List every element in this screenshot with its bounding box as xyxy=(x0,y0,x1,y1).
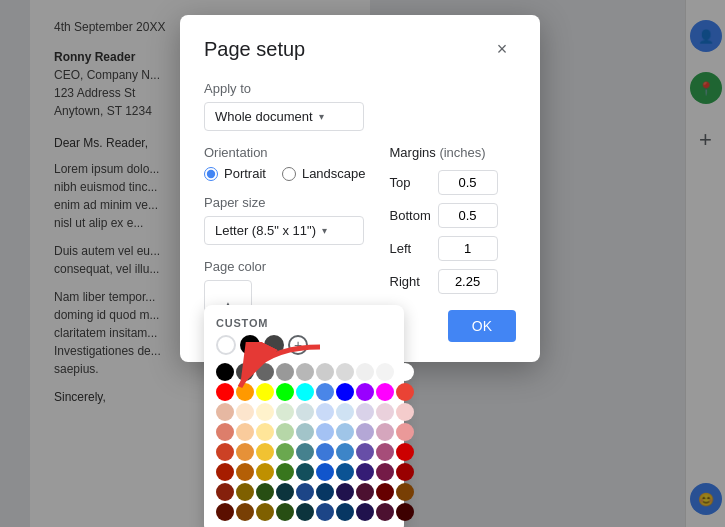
color-cell[interactable] xyxy=(256,443,274,461)
color-cell[interactable] xyxy=(216,463,234,481)
custom-colors-row: + xyxy=(216,335,392,355)
color-cell[interactable] xyxy=(256,483,274,501)
color-cell[interactable] xyxy=(296,403,314,421)
color-cell[interactable] xyxy=(356,363,374,381)
color-white[interactable] xyxy=(216,335,236,355)
color-cell[interactable] xyxy=(356,423,374,441)
color-cell[interactable] xyxy=(336,363,354,381)
color-cell[interactable] xyxy=(256,463,274,481)
color-cell[interactable] xyxy=(236,423,254,441)
color-cell[interactable] xyxy=(216,403,234,421)
color-cell[interactable] xyxy=(236,383,254,401)
color-cell[interactable] xyxy=(316,503,334,521)
color-cell[interactable] xyxy=(236,443,254,461)
color-cell[interactable] xyxy=(356,403,374,421)
color-cell[interactable] xyxy=(236,403,254,421)
color-cell[interactable] xyxy=(216,423,234,441)
color-cell[interactable] xyxy=(276,463,294,481)
color-cell[interactable] xyxy=(316,383,334,401)
color-cell[interactable] xyxy=(296,363,314,381)
color-cell[interactable] xyxy=(336,443,354,461)
color-cell[interactable] xyxy=(256,423,274,441)
portrait-option[interactable]: Portrait xyxy=(204,166,266,181)
add-color-button[interactable]: + xyxy=(288,335,308,355)
color-cell[interactable] xyxy=(376,503,394,521)
color-cell[interactable] xyxy=(276,383,294,401)
color-cell[interactable] xyxy=(276,483,294,501)
color-cell[interactable] xyxy=(376,443,394,461)
landscape-radio[interactable] xyxy=(282,167,296,181)
paper-size-dropdown[interactable]: Letter (8.5" x 11") ▾ xyxy=(204,216,364,245)
color-cell[interactable] xyxy=(396,423,414,441)
color-cell[interactable] xyxy=(356,443,374,461)
color-dark-gray[interactable] xyxy=(264,335,284,355)
color-cell[interactable] xyxy=(216,483,234,501)
margin-top-label: Top xyxy=(390,175,430,190)
color-cell[interactable] xyxy=(376,463,394,481)
ok-button[interactable]: OK xyxy=(448,310,516,342)
color-cell[interactable] xyxy=(236,463,254,481)
margin-left-input[interactable] xyxy=(438,236,498,261)
color-cell[interactable] xyxy=(276,423,294,441)
color-cell[interactable] xyxy=(356,383,374,401)
color-cell[interactable] xyxy=(256,503,274,521)
color-cell[interactable] xyxy=(276,443,294,461)
color-cell[interactable] xyxy=(296,423,314,441)
color-cell[interactable] xyxy=(376,403,394,421)
color-cell[interactable] xyxy=(276,403,294,421)
color-cell[interactable] xyxy=(336,423,354,441)
color-cell[interactable] xyxy=(296,503,314,521)
color-cell[interactable] xyxy=(336,383,354,401)
margin-right-input[interactable] xyxy=(438,269,498,294)
color-cell[interactable] xyxy=(216,443,234,461)
color-cell[interactable] xyxy=(396,503,414,521)
color-cell[interactable] xyxy=(336,403,354,421)
color-cell[interactable] xyxy=(356,503,374,521)
color-cell[interactable] xyxy=(396,403,414,421)
portrait-radio[interactable] xyxy=(204,167,218,181)
landscape-option[interactable]: Landscape xyxy=(282,166,366,181)
color-cell[interactable] xyxy=(376,363,394,381)
apply-to-dropdown[interactable]: Whole document ▾ xyxy=(204,102,364,131)
margin-left-label: Left xyxy=(390,241,430,256)
color-cell[interactable] xyxy=(356,483,374,501)
color-cell[interactable] xyxy=(256,363,274,381)
color-cell[interactable] xyxy=(316,403,334,421)
color-cell[interactable] xyxy=(216,383,234,401)
color-cell[interactable] xyxy=(256,403,274,421)
margin-bottom-input[interactable] xyxy=(438,203,498,228)
color-cell[interactable] xyxy=(296,443,314,461)
color-cell[interactable] xyxy=(376,383,394,401)
color-cell[interactable] xyxy=(336,483,354,501)
color-cell[interactable] xyxy=(296,483,314,501)
color-cell[interactable] xyxy=(296,383,314,401)
dialog-title: Page setup xyxy=(204,38,305,61)
color-cell[interactable] xyxy=(396,363,414,381)
color-cell[interactable] xyxy=(336,503,354,521)
color-cell[interactable] xyxy=(316,483,334,501)
color-cell[interactable] xyxy=(236,503,254,521)
color-cell[interactable] xyxy=(276,503,294,521)
color-cell[interactable] xyxy=(276,363,294,381)
color-cell[interactable] xyxy=(236,483,254,501)
color-cell[interactable] xyxy=(296,463,314,481)
color-cell[interactable] xyxy=(216,363,234,381)
color-cell[interactable] xyxy=(396,483,414,501)
color-cell[interactable] xyxy=(316,423,334,441)
close-button[interactable]: × xyxy=(488,35,516,63)
color-cell[interactable] xyxy=(316,363,334,381)
color-cell[interactable] xyxy=(216,503,234,521)
color-black[interactable] xyxy=(240,335,260,355)
color-cell[interactable] xyxy=(336,463,354,481)
color-cell[interactable] xyxy=(316,443,334,461)
color-cell[interactable] xyxy=(356,463,374,481)
color-cell[interactable] xyxy=(396,383,414,401)
color-cell[interactable] xyxy=(376,483,394,501)
color-cell[interactable] xyxy=(256,383,274,401)
color-cell[interactable] xyxy=(316,463,334,481)
color-cell[interactable] xyxy=(376,423,394,441)
color-cell[interactable] xyxy=(396,463,414,481)
color-cell[interactable] xyxy=(236,363,254,381)
margin-top-input[interactable] xyxy=(438,170,498,195)
color-cell[interactable] xyxy=(396,443,414,461)
